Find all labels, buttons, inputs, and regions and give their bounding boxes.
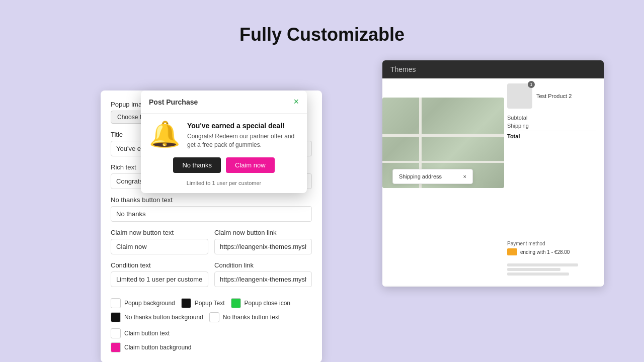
popup-text-label: Popup Text [195, 300, 225, 307]
no-thanks-text-swatch [209, 312, 219, 322]
no-thanks-text-label: No thanks button text [223, 314, 280, 321]
claim-text-label: Claim button text [124, 330, 170, 337]
claim-now-input[interactable] [111, 239, 208, 254]
no-thanks-bg-label: No thanks button background [124, 314, 203, 321]
popup-close-label: Popup close icon [245, 300, 290, 307]
cart-item: 1 Test Product 2 [507, 83, 596, 109]
claim-now-button[interactable]: Claim now [226, 157, 275, 173]
modal-title: Post Purchase [149, 98, 198, 106]
condition-text-input[interactable] [111, 272, 208, 287]
modal-body: 🔔 You've earned a special deal! Congrats… [141, 114, 307, 157]
modal-close-button[interactable]: × [293, 97, 299, 107]
no-thanks-bg-swatch [111, 312, 121, 322]
cart-badge: 1 [507, 83, 532, 109]
color-options-2: No thanks button background No thanks bu… [111, 312, 312, 338]
modal-deal-desc: Congrats! Redeem our partner offer and g… [187, 132, 299, 149]
payment-label: Payment method [507, 241, 596, 246]
payment-card: ending with 1 - €28.00 [507, 248, 596, 255]
shopify-body: Shipping address × 1 Test Product 2 Subt… [382, 78, 604, 286]
no-thanks-text-color[interactable]: No thanks button text [209, 312, 280, 322]
address-block [507, 263, 596, 276]
shopify-preview: Themes Shipping address × [382, 60, 604, 287]
address-line-3 [507, 273, 569, 276]
claim-bg-label: Claim button background [124, 344, 191, 351]
claim-text-color[interactable]: Claim button text [111, 328, 170, 338]
shipping-row: Shipping [507, 123, 596, 129]
cart-img [507, 83, 532, 109]
order-summary: Subtotal Shipping Total [507, 115, 596, 139]
no-thanks-group: No thanks button text [111, 196, 312, 222]
shopify-header-text: Themes [390, 65, 416, 73]
no-thanks-input[interactable] [111, 206, 312, 222]
total-label: Total [507, 133, 520, 139]
modal-buttons: No thanks Claim now [141, 157, 307, 177]
claim-link-label: Claim now button link [214, 229, 312, 236]
color-options-3: Claim button background [111, 342, 312, 352]
claim-now-label: Claim now button text [111, 229, 208, 236]
popup-close-color[interactable]: Popup close icon [231, 298, 290, 308]
cart-product-name: Test Product 2 [536, 93, 572, 99]
total-row: Total [507, 131, 596, 139]
subtotal-label: Subtotal [507, 115, 527, 121]
shopify-header: Themes [382, 60, 604, 78]
color-options: Popup background Popup Text Popup close … [111, 298, 312, 308]
condition-link-label: Condition link [214, 261, 312, 269]
modal-header: Post Purchase × [141, 90, 307, 114]
condition-text-label: Condition text [111, 261, 208, 269]
no-thanks-button[interactable]: No thanks [173, 157, 221, 173]
popup-background-label: Popup background [124, 300, 175, 307]
popup-close-swatch [231, 298, 241, 308]
subtotal-row: Subtotal [507, 115, 596, 121]
cart-summary: 1 Test Product 2 Subtotal Shipping Total [507, 83, 596, 141]
bell-icon: 🔔 [149, 122, 180, 147]
modal-text-section: You've earned a special deal! Congrats! … [187, 122, 299, 149]
claim-row: Claim now button text Claim now button l… [111, 229, 312, 261]
shipping-dialog-text: Shipping address [399, 173, 442, 179]
shipping-dialog-close[interactable]: × [463, 173, 466, 179]
condition-link-input[interactable] [214, 272, 312, 287]
address-line-2 [507, 268, 560, 271]
payment-section: Payment method ending with 1 - €28.00 [507, 241, 596, 255]
condition-row: Condition text Condition link [111, 261, 312, 294]
shipping-label: Shipping [507, 123, 529, 129]
shipping-dialog: Shipping address × [392, 169, 473, 184]
popup-text-swatch [181, 298, 191, 308]
claim-link-input[interactable] [214, 239, 312, 254]
cart-badge-count: 1 [528, 81, 535, 88]
no-thanks-label: No thanks button text [111, 196, 312, 204]
claim-text-swatch [111, 328, 121, 338]
address-line-1 [507, 263, 578, 266]
card-text: ending with 1 - €28.00 [520, 249, 570, 255]
no-thanks-bg-color[interactable]: No thanks button background [111, 312, 203, 322]
popup-background-color[interactable]: Popup background [111, 298, 175, 308]
modal-condition-text: Limited to 1 user per customer [141, 177, 307, 193]
card-icon [507, 248, 517, 255]
claim-bg-swatch [111, 342, 121, 352]
post-purchase-modal: Post Purchase × 🔔 You've earned a specia… [141, 90, 307, 193]
popup-background-swatch [111, 298, 121, 308]
claim-bg-color[interactable]: Claim button background [111, 342, 191, 352]
modal-deal-title: You've earned a special deal! [187, 122, 299, 130]
page-title: Fully Customizable [0, 0, 644, 45]
popup-text-color[interactable]: Popup Text [181, 298, 225, 308]
